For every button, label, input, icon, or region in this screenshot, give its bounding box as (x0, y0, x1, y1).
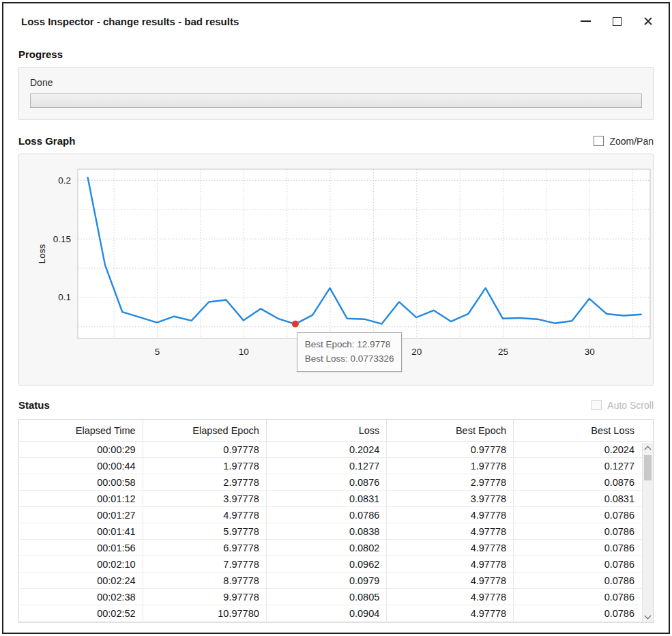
table-cell: 0.0831 (266, 491, 387, 507)
svg-text:20: 20 (411, 347, 422, 357)
svg-text:5: 5 (155, 347, 160, 357)
progress-group: Done (18, 67, 654, 120)
zoom-pan-checkbox[interactable]: Zoom/Pan (594, 136, 654, 147)
table-cell: 0.97778 (387, 442, 514, 458)
table-row[interactable]: 00:02:5210.977800.09044.977780.0786 (19, 605, 653, 622)
table-cell: 0.0962 (266, 556, 387, 573)
table-cell: 0.0979 (266, 573, 387, 589)
window-title: Loss Inspector - change results - bad re… (21, 16, 239, 27)
zoom-pan-label: Zoom/Pan (609, 136, 654, 147)
table-cell: 4.97778 (387, 507, 514, 523)
svg-text:Loss: Loss (37, 244, 47, 263)
close-icon: ✕ (643, 15, 654, 28)
table-row[interactable]: 00:02:107.977780.09624.977780.0786 (19, 556, 653, 573)
svg-text:0.1: 0.1 (58, 292, 71, 302)
table-cell: 8.97778 (143, 573, 266, 589)
table-cell: 00:00:29 (19, 442, 143, 458)
table-cell: 6.97778 (143, 540, 266, 556)
table-column-header: Best Epoch (387, 420, 514, 442)
table-column-header: Loss (266, 420, 387, 442)
table-cell: 00:01:12 (19, 491, 143, 507)
table-cell: 0.0786 (514, 605, 653, 622)
table-cell: 3.97778 (387, 491, 514, 507)
table-cell: 1.97778 (143, 458, 266, 474)
status-table-container: Elapsed TimeElapsed EpochLossBest EpochB… (18, 419, 654, 623)
table-cell: 00:02:24 (19, 573, 143, 589)
table-cell: 0.2024 (514, 442, 653, 458)
table-cell: 0.0876 (514, 474, 653, 491)
svg-text:0.2: 0.2 (58, 175, 71, 186)
table-cell: 00:01:41 (19, 523, 143, 540)
table-cell: 10.97780 (143, 605, 266, 622)
chevron-up-icon (645, 446, 652, 453)
zoom-pan-checkbox-box[interactable] (594, 136, 604, 146)
table-row[interactable]: 00:00:582.977780.08762.977780.0876 (19, 474, 653, 491)
table-cell: 0.0786 (514, 589, 653, 605)
table-cell: 00:02:38 (19, 589, 143, 605)
maximize-icon (613, 17, 622, 26)
table-cell: 00:00:44 (19, 458, 143, 474)
table-cell: 0.0802 (266, 540, 387, 556)
table-cell: 0.0786 (514, 523, 653, 540)
table-header-row: Elapsed TimeElapsed EpochLossBest EpochB… (19, 420, 653, 442)
titlebar: Loss Inspector - change results - bad re… (3, 3, 669, 39)
table-cell: 0.0904 (266, 605, 387, 622)
table-cell: 00:02:52 (19, 605, 143, 622)
svg-text:30: 30 (585, 347, 595, 357)
table-cell: 4.97778 (387, 589, 514, 605)
table-cell: 0.0805 (266, 589, 387, 605)
table-cell: 4.97778 (387, 605, 514, 622)
loss-graph-heading: Loss Graph (18, 135, 75, 147)
table-cell: 2.97778 (143, 474, 266, 491)
table-cell: 3.97778 (143, 491, 266, 507)
scrollbar-thumb[interactable] (644, 455, 652, 480)
table-row[interactable]: 00:02:389.977780.08054.977780.0786 (19, 589, 653, 605)
scrollbar-down-arrow[interactable] (643, 611, 653, 622)
table-row[interactable]: 00:02:248.977780.09794.977780.0786 (19, 573, 653, 589)
table-cell: 00:01:27 (19, 507, 143, 523)
table-row[interactable]: 00:01:274.977780.07864.977780.0786 (19, 507, 653, 523)
table-cell: 0.0838 (266, 523, 387, 540)
auto-scroll-label: Auto Scroll (607, 400, 654, 411)
table-cell: 0.0876 (266, 474, 387, 491)
table-cell: 0.0786 (514, 573, 653, 589)
status-table: Elapsed TimeElapsed EpochLossBest EpochB… (19, 420, 653, 622)
table-cell: 9.97778 (143, 589, 266, 605)
chart-area[interactable]: 510152025300.10.150.2LossEpoch Best Epoc… (25, 160, 647, 379)
table-cell: 4.97778 (387, 540, 514, 556)
content: Progress Done Loss Graph Zoom/Pan 510152… (3, 48, 669, 623)
table-cell: 0.97778 (143, 442, 266, 458)
window-controls: ✕ (574, 10, 659, 32)
svg-text:25: 25 (498, 347, 508, 357)
table-cell: 4.97778 (143, 507, 266, 523)
table-row[interactable]: 00:01:123.977780.08313.977780.0831 (19, 491, 653, 507)
table-cell: 5.97778 (143, 523, 266, 540)
maximize-button[interactable] (606, 10, 628, 32)
table-row[interactable]: 00:00:441.977780.12771.977780.1277 (19, 458, 653, 474)
table-row[interactable]: 00:00:290.977780.20240.977780.2024 (19, 442, 653, 458)
scrollbar-up-arrow[interactable] (643, 443, 653, 454)
minimize-icon (581, 20, 591, 22)
status-heading: Status (18, 399, 50, 411)
table-cell: 2.97778 (387, 474, 514, 491)
table-row[interactable]: 00:01:566.977780.08024.977780.0786 (19, 540, 653, 556)
table-column-header: Elapsed Time (19, 420, 143, 442)
table-cell: 0.1277 (514, 458, 653, 474)
tooltip-best-loss: Best Loss: 0.0773326 (305, 352, 394, 366)
table-cell: 0.0786 (514, 556, 653, 573)
table-column-header: Elapsed Epoch (143, 420, 266, 442)
table-cell: 0.0786 (514, 540, 653, 556)
minimize-button[interactable] (574, 10, 596, 32)
table-row[interactable]: 00:01:415.977780.08384.977780.0786 (19, 523, 653, 540)
loss-graph-group: 510152025300.10.150.2LossEpoch Best Epoc… (18, 154, 654, 386)
close-button[interactable]: ✕ (637, 10, 659, 32)
auto-scroll-checkbox: Auto Scroll (591, 400, 654, 411)
table-cell: 7.97778 (143, 556, 266, 573)
table-column-header: Best Loss (514, 420, 653, 442)
table-cell: 0.0786 (514, 507, 653, 523)
table-cell: 4.97778 (387, 573, 514, 589)
table-scrollbar[interactable] (642, 443, 653, 622)
progress-bar (30, 93, 642, 108)
table-cell: 0.0786 (266, 507, 387, 523)
table-cell: 4.97778 (387, 556, 514, 573)
